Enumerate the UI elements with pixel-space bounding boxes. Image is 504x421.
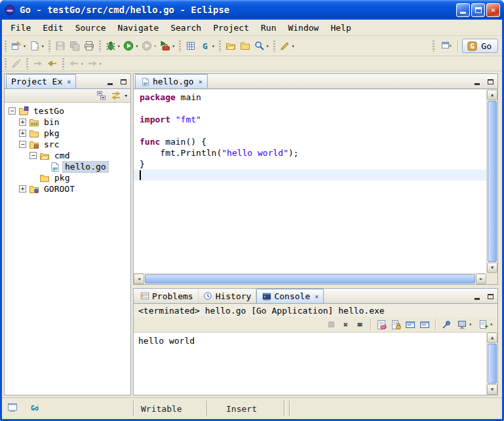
maximize-view-button[interactable]: [117, 77, 129, 87]
dropdown-arrow-icon[interactable]: ▾: [172, 43, 175, 49]
dropdown-arrow-icon[interactable]: ▾: [490, 321, 493, 327]
tree-item-src[interactable]: − src: [5, 139, 130, 150]
toolbar-grip[interactable]: [433, 41, 435, 52]
save-button[interactable]: [53, 38, 68, 54]
expand-node-icon[interactable]: +: [19, 119, 26, 126]
scrollbar-thumb[interactable]: [488, 101, 497, 262]
dropdown-arrow-icon[interactable]: ▾: [266, 43, 269, 49]
scrollbar-thumb[interactable]: [488, 344, 497, 384]
tree-item-cmd[interactable]: − cmd: [5, 150, 130, 161]
toolbar-grip[interactable]: [48, 41, 50, 52]
tree-item-pkg-src[interactable]: pkg: [5, 172, 130, 183]
print-button[interactable]: [82, 38, 96, 54]
tree-item-bin[interactable]: + 010 bin: [5, 117, 130, 128]
tree-item-hello-go[interactable]: go hello.go: [5, 161, 130, 172]
tree-item-pkg[interactable]: + pkg: [5, 128, 130, 139]
search-button[interactable]: ▾: [252, 38, 271, 54]
go-launch-status-icon[interactable]: Go: [29, 403, 41, 415]
close-view-icon[interactable]: ✕: [67, 78, 71, 85]
close-tab-icon[interactable]: ✕: [199, 78, 203, 85]
tab-project-explorer[interactable]: Project Ex ✕: [6, 74, 76, 88]
last-edit-pencil-button[interactable]: [9, 56, 24, 71]
new-go-file-button[interactable]: ▾: [28, 38, 46, 54]
menu-run[interactable]: Run: [255, 22, 282, 34]
show-stdout-icon[interactable]: [404, 319, 416, 331]
dropdown-arrow-icon[interactable]: ▾: [117, 43, 121, 49]
editor-horizontal-scrollbar[interactable]: ◄ ►: [134, 273, 486, 284]
dropdown-arrow-icon[interactable]: ▾: [135, 43, 138, 49]
title-bar[interactable]: Go - testGo/src/cmd/hello.go - Eclipse ✕: [0, 0, 504, 20]
new-wizard-button[interactable]: ▾: [9, 38, 28, 54]
tab-console[interactable]: Console ✕: [256, 289, 324, 303]
link-with-editor-icon[interactable]: [110, 90, 122, 101]
menu-source[interactable]: Source: [69, 22, 112, 34]
open-resource-button[interactable]: [223, 38, 238, 54]
annotation-button[interactable]: ▾: [278, 38, 296, 54]
folder-button[interactable]: [238, 38, 252, 54]
collapse-node-icon[interactable]: −: [9, 107, 16, 115]
back-button[interactable]: ▾: [67, 56, 85, 71]
toolbar-grip[interactable]: [26, 58, 28, 69]
tab-problems[interactable]: Problems: [135, 289, 199, 303]
profile-button[interactable]: ▾: [140, 38, 158, 54]
maximize-view-button[interactable]: [484, 291, 496, 302]
pin-console-icon[interactable]: [440, 319, 452, 331]
editor-vertical-scrollbar[interactable]: ▲ ▼: [486, 90, 497, 273]
collapse-node-icon[interactable]: −: [29, 152, 37, 159]
close-button[interactable]: ✕: [486, 3, 500, 17]
menu-edit[interactable]: Edit: [37, 22, 69, 34]
menu-navigate[interactable]: Navigate: [112, 22, 165, 34]
console-vertical-scrollbar[interactable]: ▲ ▼: [486, 333, 497, 395]
scrollbar-thumb[interactable]: [145, 274, 475, 284]
dropdown-arrow-icon[interactable]: ▾: [212, 43, 215, 49]
scroll-right-button[interactable]: ►: [476, 274, 486, 284]
maximize-button[interactable]: [471, 3, 485, 17]
menu-window[interactable]: Window: [282, 22, 324, 34]
expand-node-icon[interactable]: +: [19, 130, 26, 137]
go-perspective-button[interactable]: G Go: [462, 39, 498, 53]
toolbar-grip[interactable]: [273, 41, 275, 52]
toolbar-grip[interactable]: [179, 41, 181, 52]
go-wizard-button[interactable]: G ▾: [198, 38, 216, 54]
last-edit-location-button[interactable]: [45, 56, 60, 71]
menu-project[interactable]: Project: [207, 22, 255, 34]
minimize-view-button[interactable]: [471, 291, 483, 302]
scroll-lock-icon[interactable]: [390, 319, 402, 331]
dropdown-arrow-icon[interactable]: ▾: [23, 43, 26, 49]
scroll-down-button[interactable]: ▼: [487, 384, 497, 395]
forward-button[interactable]: ▾: [85, 56, 104, 71]
minimize-view-button[interactable]: [104, 77, 116, 87]
toolbar-grip[interactable]: [219, 41, 221, 52]
minimize-view-button[interactable]: [471, 77, 483, 87]
toolbar-grip[interactable]: [5, 58, 7, 69]
next-annotation-button[interactable]: [31, 56, 45, 71]
show-stderr-icon[interactable]: [419, 319, 431, 331]
code-editor[interactable]: package main import "fmt" func main() { …: [134, 90, 486, 273]
view-menu-icon[interactable]: ▾: [125, 92, 128, 99]
toolbar-grip[interactable]: [5, 41, 7, 52]
minimize-button[interactable]: [456, 3, 470, 17]
open-console-button[interactable]: ▾: [476, 317, 494, 333]
external-tools-button[interactable]: ▾: [158, 38, 176, 54]
tab-hello-go[interactable]: go hello.go ✕: [135, 74, 208, 88]
dropdown-arrow-icon[interactable]: ▾: [153, 43, 157, 49]
console-output[interactable]: hello world: [134, 333, 486, 395]
menu-help[interactable]: Help: [324, 22, 357, 34]
tree-item-testgo[interactable]: − testGo: [5, 105, 130, 117]
open-perspective-button[interactable]: [439, 38, 454, 54]
maximize-view-button[interactable]: [484, 77, 496, 87]
run-button[interactable]: ▾: [121, 38, 140, 54]
dropdown-arrow-icon[interactable]: ▾: [292, 43, 295, 49]
save-all-button[interactable]: [68, 38, 82, 54]
collapse-node-icon[interactable]: −: [19, 141, 26, 148]
remove-all-launches-icon[interactable]: ✖✖: [354, 319, 366, 331]
scroll-left-button[interactable]: ◄: [134, 274, 144, 284]
dropdown-arrow-icon[interactable]: ▾: [41, 43, 45, 49]
close-tab-icon[interactable]: ✕: [315, 293, 319, 300]
terminate-icon[interactable]: [325, 319, 337, 331]
dropdown-arrow-icon[interactable]: ▾: [99, 61, 102, 67]
display-console-button[interactable]: ▾: [455, 317, 473, 333]
scroll-up-button[interactable]: ▲: [487, 333, 497, 343]
menu-file[interactable]: File: [5, 22, 37, 34]
expand-node-icon[interactable]: +: [19, 185, 26, 192]
